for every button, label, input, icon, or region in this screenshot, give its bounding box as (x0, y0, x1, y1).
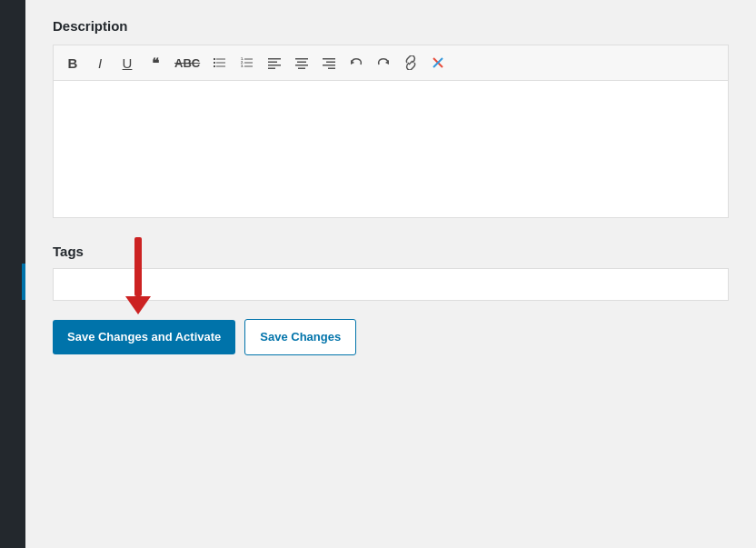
align-right-button[interactable] (317, 51, 341, 75)
sidebar (0, 0, 25, 548)
arrow-head (125, 296, 151, 314)
quote-button[interactable]: ❝ (143, 51, 166, 75)
arrow-shaft (134, 237, 142, 296)
svg-rect-13 (268, 62, 277, 64)
svg-rect-0 (214, 58, 215, 60)
align-left-button[interactable] (263, 51, 286, 75)
svg-rect-16 (295, 58, 308, 60)
redo-button[interactable] (372, 51, 395, 75)
align-center-button[interactable] (290, 51, 313, 75)
svg-rect-3 (216, 63, 225, 64)
svg-rect-2 (214, 62, 215, 64)
editor-toolbar: B I U ❝ ABC (54, 45, 728, 81)
description-label: Description (53, 18, 729, 34)
svg-rect-20 (323, 58, 335, 60)
svg-rect-12 (268, 58, 281, 60)
svg-rect-1 (216, 59, 225, 60)
svg-rect-9 (244, 63, 253, 64)
rich-text-editor: B I U ❝ ABC (53, 45, 729, 218)
unordered-list-button[interactable] (208, 51, 232, 75)
svg-rect-14 (268, 65, 281, 66)
sidebar-accent (22, 264, 25, 300)
link-button[interactable] (399, 51, 423, 75)
editor-body[interactable] (54, 81, 728, 217)
svg-rect-4 (214, 65, 215, 67)
italic-button[interactable]: I (88, 51, 112, 75)
ordered-list-button[interactable]: 1. 2. 3. (235, 51, 259, 75)
button-row: Save Changes and Activate Save Changes (53, 319, 729, 355)
tags-section: Tags (53, 244, 729, 301)
arrow-indicator (125, 237, 151, 314)
save-activate-button[interactable]: Save Changes and Activate (53, 320, 235, 354)
svg-rect-17 (297, 62, 306, 64)
remove-format-button[interactable] (426, 51, 450, 75)
svg-rect-11 (244, 66, 253, 67)
save-button[interactable]: Save Changes (244, 319, 356, 355)
svg-text:3.: 3. (241, 64, 244, 68)
svg-rect-7 (244, 59, 253, 60)
svg-rect-21 (326, 62, 335, 64)
svg-rect-23 (328, 68, 335, 70)
bold-button[interactable]: B (61, 51, 85, 75)
undo-button[interactable] (344, 51, 368, 75)
underline-button[interactable]: U (115, 51, 139, 75)
svg-rect-19 (298, 68, 305, 70)
main-content: Description B I U ❝ ABC (25, 0, 756, 548)
svg-rect-18 (295, 65, 308, 66)
svg-rect-22 (323, 65, 335, 66)
tags-label: Tags (53, 244, 729, 259)
svg-rect-15 (268, 68, 275, 70)
svg-rect-5 (216, 66, 225, 67)
tags-input[interactable] (53, 268, 729, 301)
strikethrough-button[interactable]: ABC (170, 51, 204, 75)
